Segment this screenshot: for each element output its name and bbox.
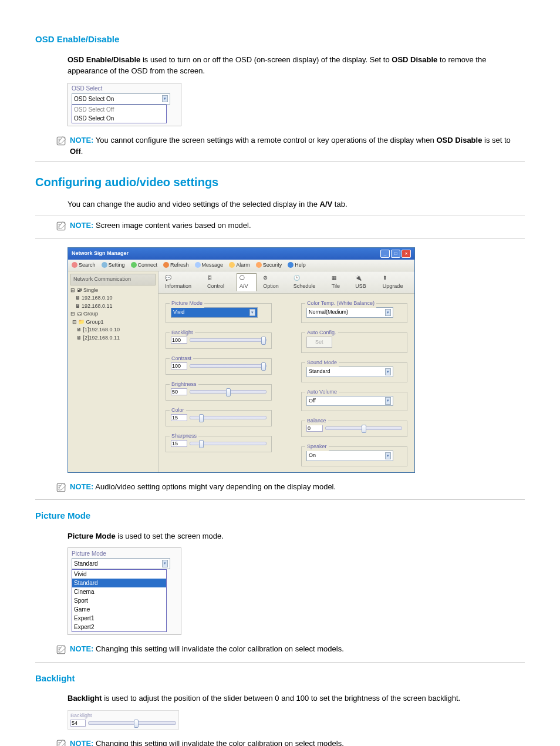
osd-select-dropdown[interactable]: OSD Select On ▾ (72, 93, 170, 105)
pm-option[interactable]: Expert2 (72, 623, 166, 631)
txt: Changing this setting will invalidate th… (96, 644, 344, 653)
toolbar-item[interactable]: Help (288, 261, 306, 270)
bl-intro: Backlight is used to adjust the position… (68, 693, 525, 704)
note-icon (56, 482, 68, 496)
tree[interactable]: ⊟ 🖳 Single 🖥 192.168.0.10 🖥 192.168.0.11… (70, 287, 156, 342)
pm-option[interactable]: Vivid (72, 570, 166, 579)
note-av1: NOTE: Screen image content varies based … (35, 216, 525, 239)
toolbar-item[interactable]: Setting (102, 261, 125, 270)
backlight-label: Backlight (70, 712, 176, 720)
chevron-down-icon: ▾ (162, 95, 168, 103)
toolbar-item[interactable]: Alarm (229, 261, 250, 270)
note-icon (56, 644, 68, 658)
pm-option[interactable]: Standard (72, 579, 166, 587)
pm-intro: Picture Mode is used to set the screen m… (68, 530, 525, 542)
toolbar-item[interactable]: Refresh (163, 261, 189, 270)
contrast-value[interactable] (171, 362, 187, 369)
maximize-button[interactable]: □ (391, 250, 400, 258)
balance-value[interactable] (306, 425, 323, 432)
heading-osd-enable: OSD Enable/Disable (35, 33, 525, 46)
osd-option[interactable]: OSD Select Off (72, 105, 166, 114)
speaker-select[interactable]: On▾ (306, 451, 393, 461)
note-label: NOTE: (70, 136, 93, 145)
titlebar: Network Sign Manager _ □ × (68, 248, 414, 260)
pm-option[interactable]: Expert1 (72, 614, 166, 623)
toolbar: Search Setting Connect Refresh Message A… (68, 260, 414, 272)
osd-select-title: OSD Select (72, 84, 177, 93)
txt: is used to adjust the position of the sl… (102, 694, 461, 703)
txt: You can change the audio and video setti… (68, 200, 320, 209)
backlight-value[interactable] (171, 337, 187, 344)
tab-tile[interactable]: ▦ Tile (329, 273, 349, 291)
field-color-temp: Color Temp. (White Balance) Normal(Mediu… (301, 303, 407, 323)
note-icon (56, 136, 68, 150)
heading-picture-mode: Picture Mode (35, 509, 525, 523)
brightness-slider[interactable] (190, 390, 266, 394)
left-panel: Network Communication ⊟ 🖳 Single 🖥 192.1… (68, 271, 158, 472)
toolbar-item[interactable]: Message (195, 261, 224, 270)
tab-information[interactable]: 💬 Information (162, 273, 201, 291)
tabstrip: 💬 Information 🎛 Control 🖵 A/V ⚙ Option 🕒… (158, 271, 414, 294)
auto-volume-select[interactable]: Off▾ (306, 396, 393, 406)
backlight-slider[interactable] (190, 338, 266, 342)
txt: is used to turn on or off the OSD (on-sc… (140, 55, 392, 64)
toolbar-item[interactable]: Search (72, 261, 96, 270)
txt: Audio/video setting options might vary d… (95, 482, 336, 491)
minimize-button[interactable]: _ (380, 250, 390, 258)
pm-option[interactable]: Cinema (72, 587, 166, 596)
close-button[interactable]: × (402, 250, 411, 258)
osd-option[interactable]: OSD Select On (72, 114, 166, 123)
txt: You cannot configure the screen settings… (96, 136, 437, 145)
txt: A/V (320, 200, 333, 209)
note-icon (56, 221, 68, 235)
tab-schedule[interactable]: 🕒 Schedule (291, 273, 325, 291)
field-speaker: Speaker On▾ (301, 446, 407, 466)
tab-av[interactable]: 🖵 A/V (237, 273, 257, 291)
osd-select-mock: OSD Select OSD Select On ▾ OSD Select Of… (68, 83, 525, 126)
txt: Picture Mode (68, 532, 116, 540)
brightness-value[interactable] (171, 388, 187, 395)
pm-option[interactable]: Game (72, 605, 166, 614)
tab-option[interactable]: ⚙ Option (260, 273, 286, 291)
note-label: NOTE: (70, 644, 93, 653)
pm-option[interactable]: Sport (72, 596, 166, 605)
note-label: NOTE: (70, 482, 93, 491)
note-bl: NOTE: Changing this setting will invalid… (35, 734, 525, 746)
picture-mode-options[interactable]: Vivid Standard Cinema Sport Game Expert1… (72, 569, 167, 632)
color-slider[interactable] (190, 416, 266, 419)
backlight-mini-slider[interactable] (88, 721, 176, 725)
osd-intro: OSD Enable/Disable is used to turn on or… (68, 54, 525, 77)
picture-mode-select[interactable]: Vivid▾ (171, 307, 258, 318)
field-sound-mode: Sound Mode Standard▾ (301, 362, 407, 382)
txt: OSD Disable (392, 55, 437, 64)
balance-slider[interactable] (325, 426, 402, 430)
sound-mode-select[interactable]: Standard▾ (306, 367, 393, 377)
sharpness-value[interactable] (171, 440, 187, 447)
app-title: Network Sign Manager (72, 250, 129, 258)
heading-config-av: Configuring audio/video settings (35, 173, 525, 191)
field-color: Color (166, 410, 272, 426)
txt: . (81, 147, 83, 156)
color-value[interactable] (171, 414, 187, 421)
txt: Screen image content varies based on mod… (96, 221, 251, 230)
field-auto-volume: Auto Volume Off▾ (301, 392, 407, 412)
auto-config-set-button[interactable]: Set (306, 337, 332, 348)
app-window-mock: Network Sign Manager _ □ × Search Settin… (68, 247, 525, 473)
color-temp-select[interactable]: Normal(Medium)▾ (306, 307, 393, 318)
field-backlight: Backlight (166, 332, 272, 349)
tab-control[interactable]: 🎛 Control (204, 273, 233, 291)
osd-select-options[interactable]: OSD Select Off OSD Select On (72, 105, 167, 123)
note-icon (56, 739, 68, 746)
tab-upgrade[interactable]: ⬆ Upgrade (380, 273, 411, 291)
tab-usb[interactable]: 🔌 USB (352, 273, 376, 291)
txt: Backlight (68, 694, 102, 703)
toolbar-item[interactable]: Security (256, 261, 282, 270)
txt: Off (70, 147, 81, 156)
txt: is used to set the screen mode. (116, 532, 224, 540)
contrast-slider[interactable] (190, 364, 266, 368)
sharpness-slider[interactable] (190, 442, 266, 445)
toolbar-item[interactable]: Connect (131, 261, 158, 270)
backlight-value-input[interactable] (70, 720, 86, 727)
left-panel-header: Network Communication (70, 274, 156, 285)
picture-mode-dropdown[interactable]: Standard▾ (72, 558, 170, 569)
